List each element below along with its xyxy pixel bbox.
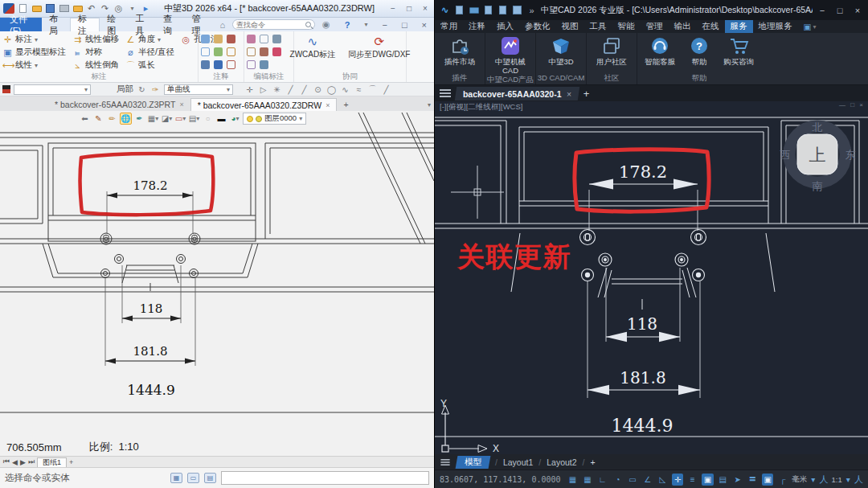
arc-tool-icon[interactable]: ⌒ [367,84,378,95]
plot-icon[interactable] [512,6,522,15]
doc-tab-part[interactable]: * backcover-65AAA0320.Z3PRT× [48,98,190,111]
menu-manage[interactable]: 管理 [184,18,212,31]
menu-file[interactable]: 文件(F) [0,18,42,31]
layout-menu-icon[interactable] [440,459,449,465]
save-as-icon[interactable] [497,6,508,15]
edit-dim-icon[interactable] [247,60,256,69]
tab-insert[interactable]: 插入 [491,20,519,33]
annotation-icon[interactable] [227,47,235,56]
tab-tools[interactable]: 工具 [584,20,612,33]
menu-layout[interactable]: 布局 [42,18,70,31]
circle-tool-icon[interactable]: ◯ [326,85,337,94]
annotation-icon[interactable] [214,60,223,69]
edit-dim-icon[interactable] [260,47,268,56]
menu-dimension[interactable]: 标注 [70,18,100,31]
osnap-icon[interactable]: ▭ [627,474,639,486]
doc-minimize-button[interactable]: − [375,18,394,31]
add-layout-button[interactable]: + [591,457,596,467]
last-sheet-icon[interactable]: ⏭ [28,457,35,466]
active-tool-icon[interactable]: 🌐 [120,113,132,125]
cycle-select-icon[interactable]: ➤ [731,474,743,486]
tab-close-icon[interactable]: × [179,100,183,109]
workspace-icon[interactable]: ▣ [762,474,774,486]
menu-hamburger-icon[interactable] [440,89,451,97]
doc-restore-button[interactable]: □ [395,18,415,31]
viewcube-south[interactable]: 南 [813,180,823,192]
annotation-visibility-icon[interactable]: 人 [819,474,828,486]
layer-dropdown-icon[interactable]: ▾ [299,115,302,122]
annotation-icon[interactable] [201,60,210,69]
clean-screen-icon[interactable]: ┌ [776,474,788,486]
open-file-icon[interactable] [31,4,42,14]
annotation-scale-value[interactable]: 1:1 [831,475,841,484]
pen-icon[interactable]: ✒ [133,113,145,125]
command-search-input[interactable] [236,21,305,29]
spline-tool-icon[interactable]: ∿ [340,85,350,94]
btn-angle[interactable]: ∠角度▾ [125,33,174,46]
scale-dropdown-icon[interactable]: ▾ [845,474,851,486]
maximize-button[interactable]: □ [403,4,415,13]
edit-dim-icon[interactable] [247,35,256,43]
split-panel-icon[interactable]: ▤ [204,473,216,483]
history-panel-icon[interactable]: ▦ [170,473,182,483]
btn-zw3d[interactable]: 中望3D [536,33,586,66]
units-dropdown-icon[interactable]: ▾ [810,474,816,486]
close-button[interactable]: × [420,4,431,13]
sheet-tab[interactable]: 图纸1 [37,457,67,467]
display-style-icon[interactable]: ▤▾ [188,113,200,125]
prev-sheet-icon[interactable]: ◀ [12,458,18,466]
tab-manage[interactable]: 管理 [641,20,669,33]
menu-draw[interactable]: 绘图 [100,18,128,31]
layout-tab-model[interactable]: 模型 [456,456,491,469]
minimize-button[interactable]: − [817,6,828,15]
annotation-icon[interactable] [227,60,235,69]
ortho-icon[interactable]: ∟ [596,474,608,486]
open-file-icon[interactable] [469,6,479,15]
command-search-box[interactable] [232,19,315,30]
frame-style-icon[interactable]: ▭▾ [174,113,186,125]
curve-type-combo[interactable]: 单曲线▾ [164,84,233,95]
viewcube-east[interactable]: 东 [845,149,856,161]
undo-icon[interactable]: ↶ [86,4,96,14]
tab-online[interactable]: 在线 [697,20,725,33]
light-off-icon[interactable]: ○ [202,113,214,125]
btn-linear-offset[interactable]: ⇉线性偏移 [72,33,119,46]
segment-tool-icon[interactable]: ╱ [381,85,391,94]
viewcube-west[interactable]: 西 [780,149,791,161]
more-tools-icon[interactable]: » [526,6,537,15]
new-file-tab-button[interactable]: + [583,88,590,100]
doc-close-button[interactable]: × [415,18,434,31]
dynamic-ucs-icon[interactable]: ✛ [672,474,684,486]
btn-smart-service[interactable]: 智能客服 [637,33,682,66]
btn-zwcad-dim[interactable]: ∿ ZWCAD标注 [287,33,339,72]
save-icon[interactable] [483,6,493,15]
layout-tab-1[interactable]: Layout1 [503,457,533,467]
curve-tool-icon[interactable]: ≈ [354,85,364,94]
btn-mech-cad[interactable]: 中望机械CAD [485,33,535,75]
btn-plugin-market[interactable]: 插件市场 [435,33,485,66]
first-sheet-icon[interactable]: ⏮ [3,457,10,466]
tab-annotate[interactable]: 注释 [463,20,491,33]
lineweight-icon[interactable]: ≡ [686,474,698,486]
viewcube-top[interactable]: 上 [809,146,826,164]
btn-user-community[interactable]: 用户社区 [587,33,637,66]
btn-help[interactable]: ? 帮助 [682,33,716,66]
polar-icon[interactable]: ◔ [612,474,624,486]
tab-parametric[interactable]: 参数化 [519,20,556,33]
new-doc-tab-button[interactable]: + [337,98,354,111]
table-style-icon[interactable]: ▦▾ [147,113,159,125]
tab-geo-service[interactable]: 地理服务 [753,20,798,33]
tab-service[interactable]: 服务 [725,20,753,33]
snap-point-icon[interactable]: ✛ [244,85,255,94]
zwcad-drawing-canvas[interactable]: [-][俯视][二维线框][WCS] — □ × [435,101,868,454]
btn-arc-length[interactable]: ⌒弧长 [125,59,174,72]
edit-dim-icon[interactable] [247,47,256,56]
btn-show-model-dim[interactable]: ▣显示模型标注 [2,46,66,59]
angle-snap-icon[interactable]: ∠ [641,474,653,486]
brush-icon[interactable]: ✎ [92,113,104,125]
tab-overflow-icon[interactable]: ▾ [421,98,434,111]
polyline-tool-icon[interactable]: ╱ [299,85,309,94]
ribbon-display-icon[interactable]: ▣▾ [798,20,822,33]
edit-dim-icon[interactable] [260,60,268,69]
minimize-button[interactable]: − [387,4,399,13]
